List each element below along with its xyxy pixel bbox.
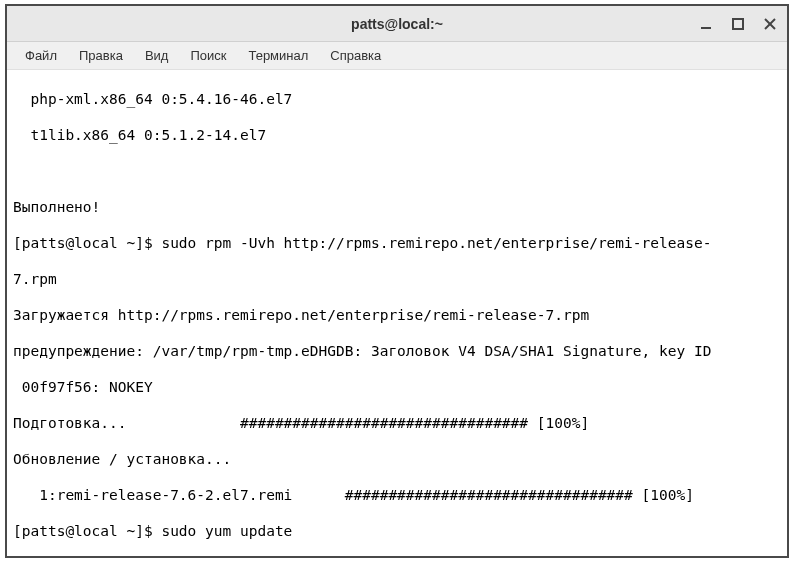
terminal-output[interactable]: php-xml.x86_64 0:5.4.16-46.el7 t1lib.x86… xyxy=(7,70,787,556)
minimize-button[interactable] xyxy=(697,15,715,33)
term-line: Загружается http://rpms.remirepo.net/ent… xyxy=(13,306,781,324)
term-line: [patts@local ~]$ sudo rpm -Uvh http://rp… xyxy=(13,234,781,252)
terminal-window: patts@local:~ Файл Правка Вид Поиск Терм… xyxy=(5,4,789,558)
maximize-icon xyxy=(732,18,744,30)
term-line: 7.rpm xyxy=(13,270,781,288)
term-line: t1lib.x86_64 0:5.1.2-14.el7 xyxy=(13,126,781,144)
menu-view[interactable]: Вид xyxy=(135,44,179,67)
maximize-button[interactable] xyxy=(729,15,747,33)
term-line: 1:remi-release-7.6-2.el7.remi ##########… xyxy=(13,486,781,504)
term-line: Выполнено! xyxy=(13,198,781,216)
close-icon xyxy=(764,18,776,30)
menu-file[interactable]: Файл xyxy=(15,44,67,67)
menu-search[interactable]: Поиск xyxy=(180,44,236,67)
minimize-icon xyxy=(699,17,713,31)
term-line: php-xml.x86_64 0:5.4.16-46.el7 xyxy=(13,90,781,108)
term-line: Обновление / установка... xyxy=(13,450,781,468)
menu-terminal[interactable]: Терминал xyxy=(238,44,318,67)
term-line: [patts@local ~]$ sudo yum update xyxy=(13,522,781,540)
menu-edit[interactable]: Правка xyxy=(69,44,133,67)
term-line: Подготовка... ##########################… xyxy=(13,414,781,432)
term-line: 00f97f56: NOKEY xyxy=(13,378,781,396)
svg-rect-1 xyxy=(733,19,743,29)
close-button[interactable] xyxy=(761,15,779,33)
window-controls xyxy=(697,15,779,33)
titlebar: patts@local:~ xyxy=(7,6,787,42)
menubar: Файл Правка Вид Поиск Терминал Справка xyxy=(7,42,787,70)
menu-help[interactable]: Справка xyxy=(320,44,391,67)
term-line xyxy=(13,162,781,180)
window-title: patts@local:~ xyxy=(351,16,443,32)
term-line: предупреждение: /var/tmp/rpm-tmp.eDHGDB:… xyxy=(13,342,781,360)
